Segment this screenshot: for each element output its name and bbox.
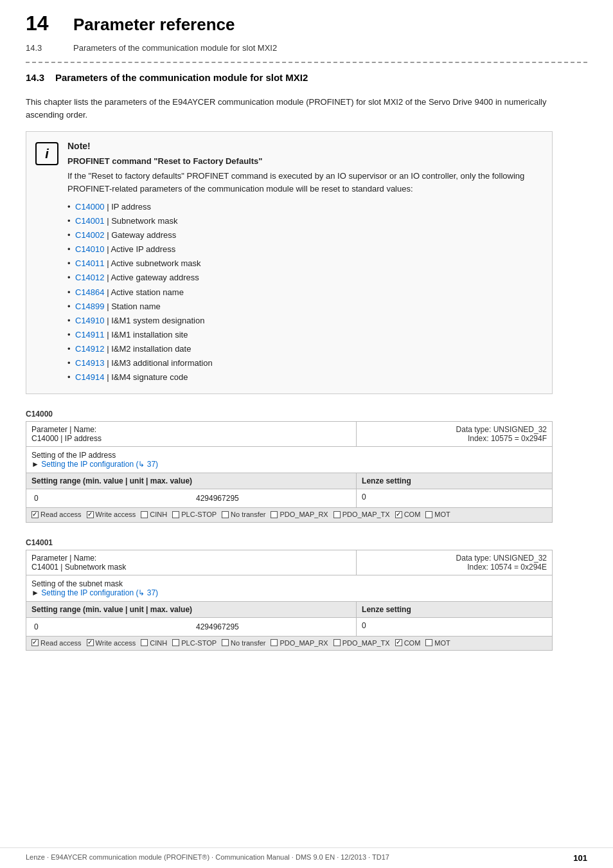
access-item: PDO_MAP_RX [271, 639, 328, 647]
note-body: If the "Reset to factory defaults" PROFI… [67, 170, 540, 195]
param-data-type: Data type: UNSIGNED_32 [362, 425, 547, 434]
chapter-title: 14 Parameter reference [26, 12, 587, 35]
param-access-row: Read accessWrite accessCINHPLC-STOPNo tr… [26, 636, 553, 651]
note-link[interactable]: C14864 [75, 287, 105, 297]
note-list-item: C14910 | I&M1 system designation [67, 314, 540, 328]
note-content: Note! PROFINET command "Reset to Factory… [67, 141, 540, 384]
note-list-item: C14911 | I&M1 installation site [67, 328, 540, 342]
note-link[interactable]: C14002 [75, 230, 105, 240]
access-item: Write access [87, 511, 136, 518]
access-checkbox [172, 639, 179, 646]
access-item: PLC-STOP [172, 511, 217, 518]
sub-title: Parameters of the communication module f… [73, 43, 277, 53]
note-link[interactable]: C14010 [75, 244, 105, 254]
access-checkbox [141, 639, 148, 646]
param-header-right: Data type: UNSIGNED_32Index: 10574 = 0x2… [357, 550, 553, 575]
access-label: MOT [434, 511, 450, 518]
param-header-left: Parameter | Name:C14001 | Subnetwork mas… [26, 550, 357, 575]
access-label: PDO_MAP_RX [280, 639, 328, 647]
param-desc-cell: Setting of the subnet mask► Setting the … [26, 575, 553, 601]
access-checkbox [222, 639, 229, 646]
param-range-header-row: Setting range (min. value | unit | max. … [26, 601, 553, 617]
note-subtitle: PROFINET command "Reset to Factory Defau… [67, 156, 540, 166]
note-link[interactable]: C14914 [75, 372, 105, 382]
param-header-row: Parameter | Name:C14001 | Subnetwork mas… [26, 550, 553, 575]
param-config-link[interactable]: Setting the IP configuration (↳ 37) [41, 460, 158, 469]
access-item: Read access [31, 639, 82, 647]
param-id-label: C14001 [26, 538, 587, 547]
param-id-label: C14000 [26, 410, 587, 419]
note-link[interactable]: C14001 [75, 216, 105, 226]
note-link[interactable]: C14911 [75, 330, 105, 339]
param-access-cell: Read accessWrite accessCINHPLC-STOPNo tr… [26, 508, 553, 523]
access-checkbox [87, 639, 94, 646]
chapter-name: Parameter reference [73, 15, 235, 35]
access-label: No transfer [231, 639, 265, 647]
note-list-item: C14011 | Active subnetwork mask [67, 257, 540, 271]
params-container: C14000Parameter | Name:C14000 | IP addre… [26, 410, 587, 651]
note-list-item: C14864 | Active station name [67, 285, 540, 300]
param-link[interactable]: ► Setting the IP configuration (↳ 37) [31, 460, 547, 469]
note-link[interactable]: C14011 [75, 258, 105, 268]
param-min-value: 0 [31, 493, 84, 504]
access-checkbox [395, 639, 402, 646]
access-checkbox [395, 511, 402, 518]
note-link[interactable]: C14012 [75, 273, 105, 282]
param-range-label: Setting range (min. value | unit | max. … [26, 601, 357, 617]
param-access-cell: Read accessWrite accessCINHPLC-STOPNo tr… [26, 636, 553, 651]
param-header-left: Parameter | Name:C14000 | IP address [26, 422, 357, 447]
note-list-item: C14913 | I&M3 additional information [67, 356, 540, 370]
divider [26, 62, 587, 63]
access-label: PDO_MAP_RX [280, 511, 328, 518]
access-checkbox [31, 639, 39, 646]
access-checkbox [141, 511, 148, 518]
access-item: No transfer [222, 639, 265, 647]
access-item: CINH [141, 511, 167, 518]
param-config-link[interactable]: Setting the IP configuration (↳ 37) [41, 588, 158, 597]
param-lenze-label: Lenze setting [357, 601, 553, 617]
param-value-row: 042949672950 [26, 489, 553, 508]
access-label: MOT [434, 639, 450, 647]
access-checkbox [271, 511, 278, 518]
section-number-heading: 14.3 Parameters of the communication mod… [26, 72, 308, 83]
access-checkbox [222, 511, 229, 518]
access-label: Write access [96, 511, 136, 518]
access-item: COM [395, 639, 421, 647]
access-label: COM [404, 639, 421, 647]
access-item: PDO_MAP_RX [271, 511, 328, 518]
param-description: Setting of the subnet mask [31, 579, 547, 588]
note-title: Note! [67, 141, 540, 151]
access-label: PDO_MAP_TX [342, 511, 390, 518]
note-list-item: C14914 | I&M4 signature code [67, 370, 540, 384]
access-item: PLC-STOP [172, 639, 217, 647]
param-name-label: Parameter | Name: [31, 554, 351, 563]
param-lenze-value: 0 [357, 489, 553, 508]
param-lenze-value: 0 [357, 617, 553, 636]
access-item: MOT [425, 639, 450, 647]
access-label: PLC-STOP [181, 639, 217, 647]
access-checkbox [172, 511, 179, 518]
note-link[interactable]: C14000 [75, 202, 105, 212]
note-link[interactable]: C14910 [75, 316, 105, 325]
param-name-value: C14000 | IP address [31, 434, 351, 443]
note-list-item: C14012 | Active gateway address [67, 271, 540, 285]
note-list-item: C14002 | Gateway address [67, 228, 540, 242]
note-link[interactable]: C14913 [75, 358, 105, 368]
access-label: No transfer [231, 511, 265, 518]
param-desc-cell: Setting of the IP address► Setting the I… [26, 447, 553, 473]
intro-text: This chapter lists the parameters of the… [26, 96, 553, 121]
section-title: Parameters of the communication module f… [55, 72, 308, 83]
access-item: MOT [425, 511, 450, 518]
access-label: PDO_MAP_TX [342, 639, 390, 647]
section-heading-row: 14.3 Parameters of the communication mod… [26, 72, 587, 89]
note-link[interactable]: C14899 [75, 302, 105, 311]
param-max-value: 4294967295 [84, 493, 351, 504]
access-item: No transfer [222, 511, 265, 518]
param-range-values: 04294967295 [26, 489, 357, 508]
note-list-item: C14001 | Subnetwork mask [67, 214, 540, 228]
note-list-item: C14912 | I&M2 installation date [67, 342, 540, 356]
param-header-row: Parameter | Name:C14000 | IP addressData… [26, 422, 553, 447]
param-link[interactable]: ► Setting the IP configuration (↳ 37) [31, 588, 547, 597]
access-label: PLC-STOP [181, 511, 217, 518]
note-link[interactable]: C14912 [75, 344, 105, 354]
